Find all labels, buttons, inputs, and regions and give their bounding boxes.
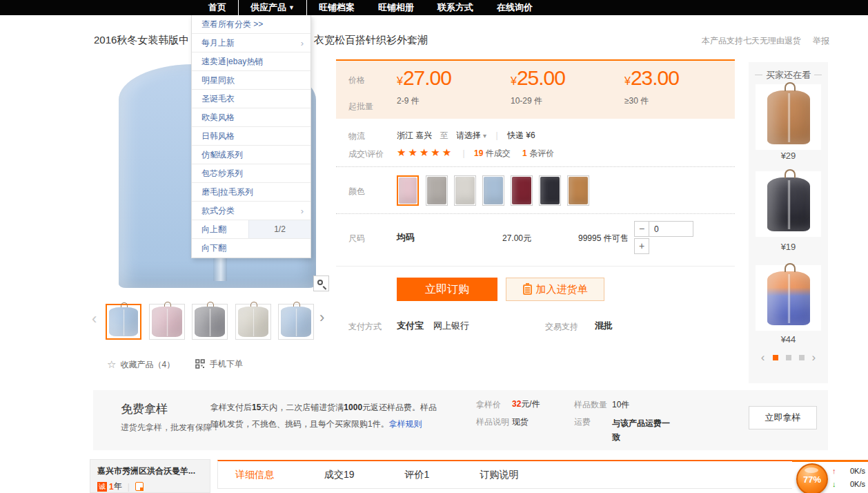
sidebar-product-image xyxy=(767,271,810,325)
qty-minus-button[interactable]: − xyxy=(634,221,649,237)
thumbs-next-arrow[interactable]: › xyxy=(319,311,324,325)
sidebar-page-dot-3[interactable] xyxy=(799,355,805,360)
tab-deals[interactable]: 成交19 xyxy=(324,469,355,481)
thumbnail-1[interactable] xyxy=(106,304,141,340)
color-swatch-lightgray[interactable] xyxy=(454,175,476,206)
thumbnail-5[interactable] xyxy=(278,304,314,340)
ship-from: 浙江 嘉兴 xyxy=(397,130,432,140)
sidebar-next-arrow[interactable]: › xyxy=(812,351,816,365)
sidebar-product-2[interactable] xyxy=(756,171,821,237)
ebank-option: 网上银行 xyxy=(433,320,469,332)
color-swatch-gray[interactable] xyxy=(426,175,448,206)
favorite-product-button[interactable]: ☆收藏产品（4） xyxy=(107,358,175,371)
sample-rule-link[interactable]: 拿样规则 xyxy=(389,419,422,429)
dropdown-item-style-category[interactable]: 款式分类› xyxy=(192,202,310,220)
tab-order-notes[interactable]: 订购说明 xyxy=(480,469,518,481)
sidebar-page-dot-1[interactable] xyxy=(773,355,778,360)
color-swatch-pink[interactable] xyxy=(397,175,419,206)
sidebar-page-dot-2[interactable] xyxy=(786,355,791,360)
add-to-cart-button[interactable]: 加入进货单 xyxy=(506,278,604,301)
min-qty-label: 起批量 xyxy=(348,101,373,113)
caret-down-icon: ▾ xyxy=(483,132,486,139)
sidebar-product-image xyxy=(767,177,810,231)
to-word: 至 xyxy=(440,130,448,140)
report-link[interactable]: 举报 xyxy=(813,35,829,47)
dropdown-item-star-style[interactable]: 明星同款 xyxy=(192,71,310,90)
dropdown-item-ebay-hot[interactable]: 速卖通|ebay热销 xyxy=(192,52,310,71)
dropdown-item-all-categories[interactable]: 查看所有分类 >> xyxy=(192,15,310,34)
zoom-magnifier-button[interactable] xyxy=(313,276,329,291)
dropdown-item-label: 查看所有分类 >> xyxy=(201,15,263,33)
nav-item-contact[interactable]: 联系方式 xyxy=(426,0,485,15)
order-now-button[interactable]: 立即订购 xyxy=(397,278,497,301)
mobile-order-button[interactable]: 手机下单 xyxy=(195,358,243,370)
detail-tabs-bar: 详细信息 成交19 评价1 订购说明 xyxy=(217,460,828,489)
sample-note-value: 现货 xyxy=(512,416,529,428)
thumbnail-4[interactable] xyxy=(235,304,271,340)
tab-reviews[interactable]: 评价1 xyxy=(405,469,430,481)
sample-title: 免费拿样 xyxy=(121,401,168,417)
thumbnail-3[interactable] xyxy=(192,304,228,340)
qty-input[interactable] xyxy=(649,221,693,237)
dropdown-item-jk-style[interactable]: 日韩风格 xyxy=(192,127,310,146)
dropdown-item-western-style[interactable]: 欧美风格 xyxy=(192,108,310,127)
sample-price-unit: 元/件 xyxy=(521,399,540,409)
color-swatch-burgundy[interactable] xyxy=(511,175,533,206)
logistics-label: 物流 xyxy=(348,130,365,142)
dropdown-item-christmas-sweater[interactable]: 圣诞毛衣 xyxy=(192,90,310,108)
clipboard-icon xyxy=(523,284,532,295)
sidebar-product-1-price: ¥29 xyxy=(749,151,828,161)
color-swatch-black[interactable] xyxy=(539,175,561,206)
dropdown-item-monthly-new[interactable]: 每月上新› xyxy=(192,34,310,52)
product-title-left: 2016秋冬女装韩版中 xyxy=(94,34,189,47)
deal-count[interactable]: 19 xyxy=(474,148,483,158)
sidebar-product-3[interactable] xyxy=(756,265,821,331)
upload-speed-value: 0K/s xyxy=(850,465,865,478)
sidebar-product-1[interactable] xyxy=(756,84,821,150)
color-swatch-camel[interactable] xyxy=(567,175,589,206)
net-speed-widget: 77% ↑ 0K/s ↓ 0K/s xyxy=(792,460,868,493)
dropdown-item-mink-series[interactable]: 仿貂绒系列 xyxy=(192,146,310,164)
mixed-batch-value: 混批 xyxy=(595,320,613,332)
price-tier-1: ¥27.00 2-9 件 xyxy=(397,66,507,107)
tab-detail-info[interactable]: 详细信息 xyxy=(235,469,274,481)
page-down-button[interactable]: 向下翻 xyxy=(192,239,310,258)
desc-bold: 15 xyxy=(252,403,261,412)
tier3-price: 23.00 xyxy=(631,66,679,89)
color-swatch-blue[interactable] xyxy=(482,175,504,206)
nav-item-inquiry[interactable]: 在线询价 xyxy=(485,0,544,15)
qty-plus-button[interactable]: + xyxy=(634,238,649,254)
nav-item-shop-album[interactable]: 旺铺相册 xyxy=(366,0,426,15)
swatch-image xyxy=(455,177,475,204)
sample-count-label: 样品数量 xyxy=(574,399,607,411)
size-label: 尺码 xyxy=(348,233,365,244)
thumbnail-2[interactable] xyxy=(149,304,185,340)
nav-item-home[interactable]: 首页 xyxy=(197,0,238,15)
destination-select[interactable]: 请选择▾ xyxy=(456,130,486,140)
dotted-separator xyxy=(336,213,735,214)
yen-symbol: ¥ xyxy=(397,75,403,87)
rating-stars-icon: ★★★★★ xyxy=(397,146,453,158)
seller-card[interactable]: 嘉兴市秀洲区洪合沃曼羊... 诚 1 年 | xyxy=(90,459,210,493)
favorite-label: 收藏产品（4） xyxy=(120,360,175,369)
progress-circle-button[interactable]: 77% xyxy=(796,463,828,493)
thumbs-prev-arrow[interactable]: ‹ xyxy=(92,312,97,326)
dropdown-item-brushed-series[interactable]: 磨毛|拉毛系列 xyxy=(192,183,310,202)
review-count[interactable]: 1 xyxy=(522,148,527,158)
dropdown-item-core-yarn[interactable]: 包芯纱系列 xyxy=(192,164,310,183)
sidebar-prev-arrow[interactable]: ‹ xyxy=(761,351,765,365)
page-up-button[interactable]: 向上翻 xyxy=(192,220,248,238)
swatch-image xyxy=(427,177,446,204)
get-sample-button[interactable]: 立即拿样 xyxy=(749,406,817,429)
review-suffix: 条评价 xyxy=(529,148,554,158)
yen-symbol: ¥ xyxy=(511,75,517,87)
alipay-option: 支付宝 xyxy=(397,320,424,332)
mobile-order-label: 手机下单 xyxy=(210,359,243,369)
certificate-icon xyxy=(135,482,144,491)
page-indicator: 1/2 xyxy=(248,220,310,238)
dropdown-item-label: 每月上新 xyxy=(201,34,235,52)
nav-item-products[interactable]: 供应产品▼ xyxy=(238,0,307,15)
nav-item-shop-profile[interactable]: 旺铺档案 xyxy=(307,0,366,15)
desc-text: 天内，二次店铺进货满 xyxy=(261,403,344,412)
sidebar-pager: ‹ › xyxy=(749,351,828,365)
